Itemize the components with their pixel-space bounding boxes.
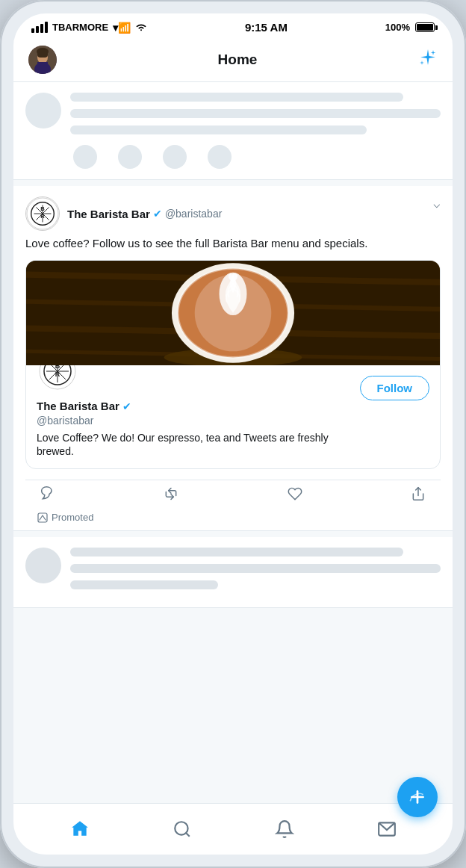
search-icon	[173, 819, 192, 839]
tweet-user-info: The Barista Bar ✔ @baristabar	[67, 208, 222, 220]
skeleton-line-4	[70, 548, 403, 557]
follow-button[interactable]: Follow	[360, 376, 430, 400]
skeleton-circles	[70, 145, 441, 169]
coffee-image	[26, 261, 440, 365]
promoted-icon	[37, 512, 48, 523]
nav-home[interactable]	[63, 813, 96, 846]
profile-card-name[interactable]: The Barista Bar	[37, 400, 119, 412]
status-time: 9:15 AM	[245, 21, 288, 34]
page-title: Home	[218, 52, 258, 68]
tweet-text: Love coffee? Follow us to see the full B…	[25, 235, 441, 251]
reply-icon	[40, 486, 55, 501]
bell-icon	[275, 819, 294, 839]
avatar-image	[28, 46, 57, 74]
profile-card-left: B R The Barist	[37, 373, 360, 458]
share-button[interactable]	[411, 486, 426, 501]
profile-card-banner	[26, 261, 440, 365]
svg-rect-3	[37, 62, 48, 69]
profile-card-bio: Love Coffee? We do! Our espresso, tea an…	[37, 431, 360, 458]
skeleton-circle-3	[163, 145, 187, 169]
skeleton-line-3	[70, 125, 367, 134]
app-header: Home	[13, 38, 453, 82]
tweet-name-row: The Barista Bar ✔ @baristabar	[67, 208, 222, 220]
profile-card-verified: ✔	[122, 400, 131, 412]
bottom-nav	[13, 803, 453, 855]
home-icon	[70, 819, 90, 839]
skeleton-circle-2	[118, 145, 142, 169]
skeleton-avatar-1	[25, 93, 61, 128]
nav-search[interactable]	[166, 813, 199, 846]
profile-card-name-row: The Barista Bar ✔	[37, 400, 360, 412]
skeleton-line-5	[70, 564, 441, 573]
tweet-header-left: B R The Barista Bar ✔	[25, 196, 222, 231]
profile-card-body: B R The Barist	[26, 365, 440, 468]
feed: B R The Barista Bar ✔	[13, 82, 453, 803]
tweet-handle: @baristabar	[165, 208, 222, 220]
phone-screen: TBARMORE ▾📶 9:15 AM 100%	[13, 13, 453, 855]
chevron-down-icon[interactable]: ⌵	[433, 196, 441, 211]
profile-card-handle: @baristabar	[37, 415, 360, 427]
nav-messages[interactable]	[370, 813, 403, 846]
compose-icon	[408, 787, 427, 807]
carrier-label: TBARMORE	[52, 22, 108, 33]
verified-badge: ✔	[153, 208, 162, 220]
tweet-account-name[interactable]: The Barista Bar	[67, 208, 150, 220]
nav-notifications[interactable]	[268, 813, 301, 846]
svg-point-36	[175, 822, 187, 834]
skeleton-circle-4	[208, 145, 232, 169]
skeleton-circle-1	[73, 145, 97, 169]
skeleton-tweet-1	[13, 82, 453, 180]
tweet-header: B R The Barista Bar ✔	[25, 196, 441, 231]
retweet-icon	[164, 486, 178, 501]
promoted-row: Promoted	[25, 507, 441, 530]
promoted-label: Promoted	[52, 512, 93, 523]
skeleton-content-1	[70, 93, 441, 169]
skeleton-line-6	[70, 580, 218, 589]
skeleton-avatar-2	[25, 548, 61, 583]
reply-button[interactable]	[40, 486, 55, 501]
battery-icon	[415, 22, 435, 32]
skeleton-line-2	[70, 109, 441, 118]
skeleton-tweet-2	[13, 537, 453, 608]
compose-fab[interactable]	[397, 777, 438, 817]
status-bar: TBARMORE ▾📶 9:15 AM 100%	[13, 13, 453, 38]
heart-icon	[288, 486, 302, 501]
profile-card: B R The Barist	[25, 260, 441, 469]
signal-icon	[31, 22, 48, 33]
status-right: 100%	[385, 22, 435, 33]
svg-line-37	[186, 833, 190, 837]
retweet-button[interactable]	[164, 486, 178, 501]
battery-label: 100%	[385, 22, 410, 33]
status-left: TBARMORE ▾📶	[31, 22, 147, 34]
feed-separator-2	[13, 531, 453, 537]
share-icon	[411, 486, 426, 501]
phone-frame: TBARMORE ▾📶 9:15 AM 100%	[0, 0, 466, 868]
skeleton-line-1	[70, 93, 403, 102]
barista-logo-small: B R	[26, 196, 59, 231]
wifi-signal-icon	[135, 23, 147, 32]
svg-rect-35	[38, 513, 47, 522]
mail-icon	[377, 819, 397, 839]
wifi-icon: ▾📶	[113, 22, 131, 34]
svg-point-6	[37, 48, 49, 55]
skeleton-content-2	[70, 548, 441, 597]
tweet-card: B R The Barista Bar ✔	[13, 186, 453, 531]
like-button[interactable]	[288, 486, 302, 501]
sparkle-icon[interactable]	[418, 48, 438, 72]
feed-separator-1	[13, 180, 453, 186]
tweet-account-avatar[interactable]: B R	[25, 196, 60, 231]
tweet-actions	[25, 480, 441, 507]
user-avatar[interactable]	[28, 46, 57, 74]
